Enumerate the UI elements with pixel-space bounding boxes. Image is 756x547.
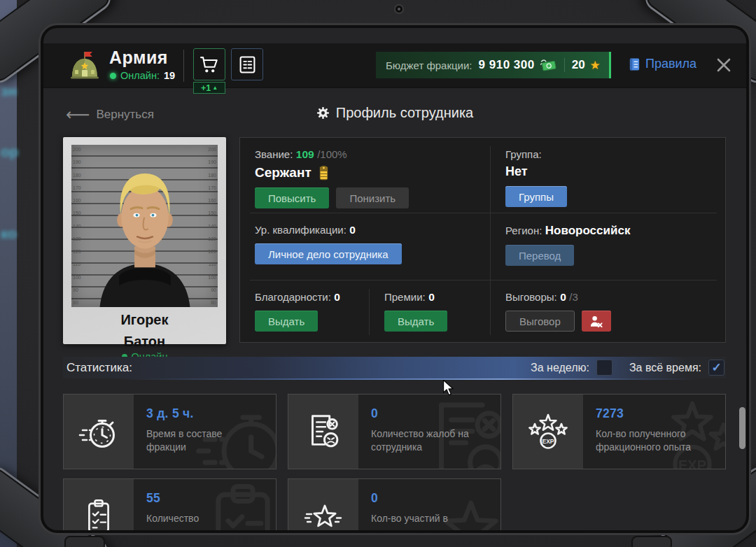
faction-budget-bar: Бюджет фракции: 9 910 300 20 ★ — [376, 52, 611, 78]
header-divider — [183, 50, 184, 82]
stopwatch-icon — [64, 395, 134, 469]
exp-stars-icon: EXP — [513, 395, 583, 469]
stat-card-complaints: 0 Количество жалоб на сотрудника — [288, 394, 501, 469]
stopwatch-watermark-icon — [190, 394, 276, 469]
rank-value: 109 — [296, 148, 314, 160]
epaulette-icon — [318, 164, 330, 180]
region-section: Регион: Новороссийск Перевод — [491, 213, 726, 280]
rank-max: /100% — [317, 148, 347, 160]
budget-value: 9 910 300 — [479, 58, 535, 72]
budget-divider — [564, 58, 565, 72]
promote-button[interactable]: Повысить — [255, 187, 329, 208]
cart-icon — [200, 56, 219, 73]
app-header: Армия Онлайн: 19 +1▲ — [43, 43, 746, 88]
clipboard-icon — [64, 479, 134, 530]
tablet-bottom-tab — [631, 536, 672, 547]
fire-employee-button[interactable] — [582, 311, 611, 332]
scrollbar-thumb[interactable] — [739, 407, 746, 449]
budget-label: Бюджет фракции: — [386, 59, 472, 71]
tablet-bottom-tab — [64, 536, 105, 547]
group-value: Нет — [505, 164, 726, 179]
faction-online-status: Онлайн: 19 — [110, 70, 175, 81]
stat-card-events: 0 Кол-во участий в — [288, 478, 501, 530]
report-list-icon — [239, 56, 255, 73]
height-ruler-right: 2001901801701601501401301201101009080 — [206, 145, 216, 307]
mugshot-photo: 2001901801701601501401301201101009080 20… — [71, 145, 218, 307]
online-count: 19 — [164, 70, 175, 81]
complaints-watermark-icon — [415, 394, 501, 469]
reprimand-button[interactable]: Выговор — [505, 311, 575, 332]
cart-counter-badge: +1▲ — [193, 82, 225, 94]
clipboard-watermark-icon — [190, 478, 276, 530]
bonuses-section: Премии: 0 Выдать — [370, 280, 490, 343]
online-label: Онлайн: — [120, 70, 160, 81]
alltime-checkbox[interactable]: ✓ — [708, 360, 724, 376]
stat-card-faction-exp: EXP 7273 Кол-во полученного фракционного… — [512, 394, 726, 469]
close-icon — [716, 57, 732, 73]
stat-card-tasks: 55 Количество — [63, 478, 276, 530]
statistics-bar: Статистика: За неделю: За всё время: ✓ — [63, 357, 726, 378]
person-remove-icon — [589, 315, 603, 328]
reprimands-max: /3 — [569, 291, 578, 303]
star-watermark-icon — [415, 478, 501, 530]
grant-thanks-button[interactable]: Выдать — [255, 311, 318, 332]
up-triangle-icon: ▲ — [212, 85, 218, 91]
employee-first-name: Игорек — [71, 311, 218, 329]
star-icon — [288, 479, 358, 530]
qualification-section: Ур. квалификации: 0 Личное дело сотрудни… — [240, 213, 490, 280]
statistics-cards: 3 д. 5 ч. Время в составе фракции — [63, 394, 726, 530]
employee-info-panel: Звание: 109 /100% Сержант Повысить — [239, 137, 726, 343]
svg-text:EXP: EXP — [678, 457, 706, 469]
faction-name: Армия — [109, 48, 168, 68]
money-icon — [540, 59, 557, 72]
faction-barracks-icon — [69, 50, 101, 83]
qualification-value: 0 — [349, 224, 356, 236]
grant-bonus-button[interactable]: Выдать — [384, 311, 447, 332]
reports-button[interactable] — [231, 48, 263, 80]
employee-photo-card: 2001901801701601501401301201101009080 20… — [63, 137, 226, 344]
check-icon: ✓ — [711, 360, 721, 375]
game-background-strip: зн ор ко — [0, 0, 17, 547]
stat-card-time-in-faction: 3 д. 5 ч. Время в составе фракции — [63, 394, 276, 469]
shop-cart-button[interactable] — [193, 48, 225, 80]
bonuses-value: 0 — [428, 291, 435, 303]
background-text-fragment: ко — [1, 225, 17, 242]
transfer-button[interactable]: Перевод — [505, 245, 574, 266]
gear-icon — [316, 106, 330, 120]
statistics-title: Статистика: — [66, 361, 132, 375]
tablet-camera-dot — [394, 4, 404, 14]
page-title: Профиль сотрудника — [43, 105, 746, 121]
star-icon: ★ — [590, 58, 601, 73]
group-section: Группа: Нет Группы — [491, 138, 726, 213]
tablet-frame: зн ор ко Армия — [0, 0, 756, 547]
stat-card-empty — [512, 478, 726, 530]
demote-button[interactable]: Понизить — [336, 187, 409, 208]
exp-stars-watermark-icon: EXP — [640, 394, 726, 469]
region-value: Новороссийск — [545, 224, 631, 237]
thanks-value: 0 — [334, 291, 340, 303]
reprimands-section: Выговоры: 0 /3 Выговор — [491, 280, 726, 343]
employee-last-name: Батон — [71, 332, 218, 350]
reprimands-value: 0 — [560, 291, 566, 303]
personal-file-button[interactable]: Личное дело сотрудника — [255, 243, 402, 264]
groups-button[interactable]: Группы — [505, 186, 567, 207]
rank-name: Сержант — [255, 165, 312, 180]
rules-button[interactable]: Правила — [629, 57, 696, 71]
week-checkbox[interactable] — [596, 360, 612, 376]
rank-section: Звание: 109 /100% Сержант Повысить — [240, 138, 490, 213]
background-text-fragment: зн — [1, 83, 17, 99]
app-window: Армия Онлайн: 19 +1▲ — [43, 28, 746, 530]
online-dot-icon — [110, 73, 116, 79]
character-portrait — [92, 159, 198, 307]
close-button[interactable] — [714, 55, 734, 75]
faction-stars-count: 20 — [572, 58, 585, 72]
complaints-icon — [288, 395, 358, 469]
rules-book-icon — [629, 57, 640, 71]
height-ruler-left: 2001901801701601501401301201101009080 — [73, 145, 83, 307]
background-text-fragment: ор — [1, 143, 19, 160]
thanks-section: Благодарности: 0 Выдать — [240, 280, 369, 343]
svg-text:EXP: EXP — [542, 438, 554, 445]
